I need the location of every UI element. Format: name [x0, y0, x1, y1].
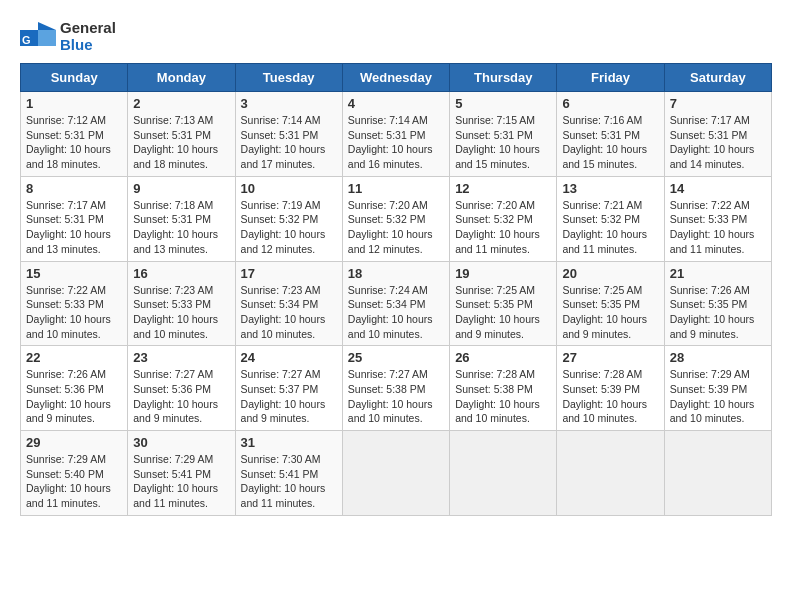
day-info: Sunrise: 7:27 AM Sunset: 5:36 PM Dayligh… — [133, 367, 229, 426]
day-info: Sunrise: 7:21 AM Sunset: 5:32 PM Dayligh… — [562, 198, 658, 257]
day-number: 24 — [241, 350, 337, 365]
calendar-cell: 25 Sunrise: 7:27 AM Sunset: 5:38 PM Dayl… — [342, 346, 449, 431]
day-number: 31 — [241, 435, 337, 450]
day-info: Sunrise: 7:24 AM Sunset: 5:34 PM Dayligh… — [348, 283, 444, 342]
calendar-cell: 27 Sunrise: 7:28 AM Sunset: 5:39 PM Dayl… — [557, 346, 664, 431]
day-info: Sunrise: 7:22 AM Sunset: 5:33 PM Dayligh… — [26, 283, 122, 342]
calendar-cell: 13 Sunrise: 7:21 AM Sunset: 5:32 PM Dayl… — [557, 176, 664, 261]
calendar-cell: 6 Sunrise: 7:16 AM Sunset: 5:31 PM Dayli… — [557, 92, 664, 177]
calendar-cell: 30 Sunrise: 7:29 AM Sunset: 5:41 PM Dayl… — [128, 431, 235, 516]
day-info: Sunrise: 7:30 AM Sunset: 5:41 PM Dayligh… — [241, 452, 337, 511]
calendar-cell: 28 Sunrise: 7:29 AM Sunset: 5:39 PM Dayl… — [664, 346, 771, 431]
day-number: 27 — [562, 350, 658, 365]
day-number: 15 — [26, 266, 122, 281]
day-info: Sunrise: 7:26 AM Sunset: 5:35 PM Dayligh… — [670, 283, 766, 342]
day-number: 28 — [670, 350, 766, 365]
calendar-week-5: 29 Sunrise: 7:29 AM Sunset: 5:40 PM Dayl… — [21, 431, 772, 516]
day-number: 1 — [26, 96, 122, 111]
calendar-cell: 16 Sunrise: 7:23 AM Sunset: 5:33 PM Dayl… — [128, 261, 235, 346]
svg-marker-3 — [38, 30, 56, 46]
calendar-cell: 3 Sunrise: 7:14 AM Sunset: 5:31 PM Dayli… — [235, 92, 342, 177]
day-number: 21 — [670, 266, 766, 281]
day-info: Sunrise: 7:17 AM Sunset: 5:31 PM Dayligh… — [670, 113, 766, 172]
calendar-cell: 2 Sunrise: 7:13 AM Sunset: 5:31 PM Dayli… — [128, 92, 235, 177]
day-number: 6 — [562, 96, 658, 111]
day-info: Sunrise: 7:14 AM Sunset: 5:31 PM Dayligh… — [241, 113, 337, 172]
calendar-week-2: 8 Sunrise: 7:17 AM Sunset: 5:31 PM Dayli… — [21, 176, 772, 261]
day-info: Sunrise: 7:13 AM Sunset: 5:31 PM Dayligh… — [133, 113, 229, 172]
calendar-cell: 11 Sunrise: 7:20 AM Sunset: 5:32 PM Dayl… — [342, 176, 449, 261]
calendar-cell: 31 Sunrise: 7:30 AM Sunset: 5:41 PM Dayl… — [235, 431, 342, 516]
calendar-week-1: 1 Sunrise: 7:12 AM Sunset: 5:31 PM Dayli… — [21, 92, 772, 177]
day-info: Sunrise: 7:25 AM Sunset: 5:35 PM Dayligh… — [562, 283, 658, 342]
weekday-header-saturday: Saturday — [664, 64, 771, 92]
day-number: 23 — [133, 350, 229, 365]
calendar-cell — [450, 431, 557, 516]
calendar-cell: 8 Sunrise: 7:17 AM Sunset: 5:31 PM Dayli… — [21, 176, 128, 261]
day-info: Sunrise: 7:29 AM Sunset: 5:40 PM Dayligh… — [26, 452, 122, 511]
weekday-header-friday: Friday — [557, 64, 664, 92]
calendar-body: 1 Sunrise: 7:12 AM Sunset: 5:31 PM Dayli… — [21, 92, 772, 516]
day-number: 10 — [241, 181, 337, 196]
day-info: Sunrise: 7:16 AM Sunset: 5:31 PM Dayligh… — [562, 113, 658, 172]
logo: G General Blue — [20, 20, 116, 53]
calendar-cell: 23 Sunrise: 7:27 AM Sunset: 5:36 PM Dayl… — [128, 346, 235, 431]
day-number: 7 — [670, 96, 766, 111]
day-info: Sunrise: 7:27 AM Sunset: 5:38 PM Dayligh… — [348, 367, 444, 426]
day-number: 5 — [455, 96, 551, 111]
calendar-cell: 29 Sunrise: 7:29 AM Sunset: 5:40 PM Dayl… — [21, 431, 128, 516]
calendar-cell: 19 Sunrise: 7:25 AM Sunset: 5:35 PM Dayl… — [450, 261, 557, 346]
day-info: Sunrise: 7:22 AM Sunset: 5:33 PM Dayligh… — [670, 198, 766, 257]
day-number: 9 — [133, 181, 229, 196]
day-info: Sunrise: 7:29 AM Sunset: 5:41 PM Dayligh… — [133, 452, 229, 511]
svg-marker-2 — [38, 22, 56, 30]
day-number: 30 — [133, 435, 229, 450]
calendar-cell: 20 Sunrise: 7:25 AM Sunset: 5:35 PM Dayl… — [557, 261, 664, 346]
logo-icon: G — [20, 22, 56, 52]
calendar-cell: 26 Sunrise: 7:28 AM Sunset: 5:38 PM Dayl… — [450, 346, 557, 431]
day-info: Sunrise: 7:23 AM Sunset: 5:33 PM Dayligh… — [133, 283, 229, 342]
day-info: Sunrise: 7:15 AM Sunset: 5:31 PM Dayligh… — [455, 113, 551, 172]
calendar-cell: 7 Sunrise: 7:17 AM Sunset: 5:31 PM Dayli… — [664, 92, 771, 177]
calendar-cell: 5 Sunrise: 7:15 AM Sunset: 5:31 PM Dayli… — [450, 92, 557, 177]
calendar-table: SundayMondayTuesdayWednesdayThursdayFrid… — [20, 63, 772, 516]
weekday-header-monday: Monday — [128, 64, 235, 92]
day-number: 16 — [133, 266, 229, 281]
day-info: Sunrise: 7:18 AM Sunset: 5:31 PM Dayligh… — [133, 198, 229, 257]
day-info: Sunrise: 7:20 AM Sunset: 5:32 PM Dayligh… — [348, 198, 444, 257]
calendar-cell: 17 Sunrise: 7:23 AM Sunset: 5:34 PM Dayl… — [235, 261, 342, 346]
weekday-header-wednesday: Wednesday — [342, 64, 449, 92]
day-info: Sunrise: 7:25 AM Sunset: 5:35 PM Dayligh… — [455, 283, 551, 342]
day-number: 20 — [562, 266, 658, 281]
weekday-header-sunday: Sunday — [21, 64, 128, 92]
calendar-cell: 24 Sunrise: 7:27 AM Sunset: 5:37 PM Dayl… — [235, 346, 342, 431]
day-info: Sunrise: 7:20 AM Sunset: 5:32 PM Dayligh… — [455, 198, 551, 257]
day-number: 13 — [562, 181, 658, 196]
day-info: Sunrise: 7:29 AM Sunset: 5:39 PM Dayligh… — [670, 367, 766, 426]
calendar-cell: 10 Sunrise: 7:19 AM Sunset: 5:32 PM Dayl… — [235, 176, 342, 261]
day-number: 3 — [241, 96, 337, 111]
day-info: Sunrise: 7:27 AM Sunset: 5:37 PM Dayligh… — [241, 367, 337, 426]
calendar-week-4: 22 Sunrise: 7:26 AM Sunset: 5:36 PM Dayl… — [21, 346, 772, 431]
day-number: 8 — [26, 181, 122, 196]
day-number: 11 — [348, 181, 444, 196]
calendar-cell — [342, 431, 449, 516]
day-number: 17 — [241, 266, 337, 281]
day-info: Sunrise: 7:19 AM Sunset: 5:32 PM Dayligh… — [241, 198, 337, 257]
day-number: 26 — [455, 350, 551, 365]
calendar-header-row: SundayMondayTuesdayWednesdayThursdayFrid… — [21, 64, 772, 92]
calendar-cell — [557, 431, 664, 516]
calendar-week-3: 15 Sunrise: 7:22 AM Sunset: 5:33 PM Dayl… — [21, 261, 772, 346]
day-number: 22 — [26, 350, 122, 365]
logo-blue: Blue — [60, 37, 116, 54]
day-number: 12 — [455, 181, 551, 196]
calendar-cell: 21 Sunrise: 7:26 AM Sunset: 5:35 PM Dayl… — [664, 261, 771, 346]
calendar-cell: 14 Sunrise: 7:22 AM Sunset: 5:33 PM Dayl… — [664, 176, 771, 261]
day-info: Sunrise: 7:14 AM Sunset: 5:31 PM Dayligh… — [348, 113, 444, 172]
day-number: 14 — [670, 181, 766, 196]
day-info: Sunrise: 7:28 AM Sunset: 5:38 PM Dayligh… — [455, 367, 551, 426]
day-info: Sunrise: 7:17 AM Sunset: 5:31 PM Dayligh… — [26, 198, 122, 257]
page-header: G General Blue — [20, 20, 772, 53]
logo-general: General — [60, 20, 116, 37]
day-number: 25 — [348, 350, 444, 365]
